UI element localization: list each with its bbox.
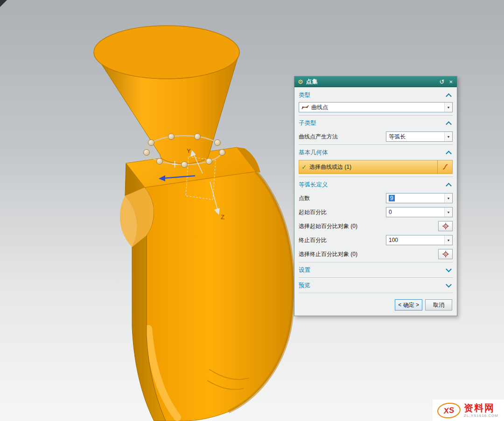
section-preview-title: 预览	[299, 282, 310, 290]
dialog-body: 类型 曲线点 ▼ 子类型 曲线点产生方法 等弧长	[294, 87, 457, 296]
ring-point	[219, 150, 225, 156]
watermark-url: ZL.XS1616.COM	[464, 414, 498, 418]
z-axis-label: Z	[221, 214, 224, 221]
dialog-footer: < 确定 > 取消	[294, 296, 457, 316]
section-subtype-header[interactable]: 子类型	[299, 117, 453, 130]
start-point-select-button[interactable]	[438, 221, 453, 231]
method-label: 曲线点产生方法	[299, 133, 338, 141]
chevron-up-icon[interactable]	[446, 151, 452, 157]
ring-point	[215, 140, 221, 146]
curve-point-method-row: 曲线点产生方法 等弧长 ▼	[299, 130, 453, 144]
section-settings-header[interactable]: 设置	[299, 264, 453, 276]
points-count-input[interactable]: 9 ▼	[386, 193, 453, 203]
chevron-down-icon[interactable]	[446, 282, 452, 288]
start-percent-row: 起始百分比 0 ▼	[299, 205, 453, 219]
section-preview-header[interactable]: 预览	[299, 279, 453, 292]
end-percent-object-label: 选择终止百分比对象 (0)	[299, 250, 357, 258]
separator	[299, 262, 453, 263]
start-percent-value: 0	[389, 209, 444, 215]
section-type-title: 类型	[299, 91, 310, 99]
dropdown-arrow-icon[interactable]: ▼	[444, 193, 452, 203]
watermark: XS 资料网 ZL.XS1616.COM	[433, 400, 504, 421]
watermark-site-name: 资料网	[464, 403, 498, 413]
dialog-header[interactable]: ⚙ 点集 ↺ ×	[294, 76, 457, 87]
separator	[299, 115, 453, 116]
end-percent-row: 终止百分比 100 ▼	[299, 233, 453, 247]
curve-point-icon	[301, 104, 309, 111]
separator	[299, 277, 453, 278]
type-value: 曲线点	[311, 104, 444, 111]
end-percent-value: 100	[389, 237, 444, 243]
watermark-logo-icon: XS	[436, 401, 461, 419]
points-count-row: 点数 9 ▼	[299, 191, 453, 205]
dropdown-arrow-icon[interactable]: ▼	[444, 207, 452, 217]
ring-point	[144, 150, 150, 156]
gear-icon: ⚙	[298, 79, 303, 85]
ring-point	[148, 140, 154, 146]
separator	[299, 145, 453, 145]
section-geometry-title: 基本几何体	[299, 149, 328, 157]
cad-viewport[interactable]: Y Z ⚙ 点集 ↺ ×	[0, 0, 504, 421]
ring-point	[182, 162, 188, 168]
ring-point	[206, 159, 212, 165]
chevron-down-icon[interactable]	[446, 266, 452, 272]
method-value: 等弧长	[389, 133, 444, 141]
ring-point	[168, 134, 175, 140]
select-curve-row[interactable]: ✓ 选择曲线或边 (1)	[299, 160, 453, 174]
section-settings-title: 设置	[299, 266, 310, 274]
y-axis-label: Y	[187, 147, 191, 154]
point-set-dialog: ⚙ 点集 ↺ × 类型 曲线点 ▼ 子类型	[294, 76, 457, 316]
ring-point	[157, 159, 163, 165]
check-icon: ✓	[301, 164, 307, 171]
section-type-header[interactable]: 类型	[299, 89, 453, 102]
curve-flow-button[interactable]	[437, 160, 452, 173]
points-count-value: 9	[389, 195, 395, 201]
dropdown-arrow-icon[interactable]: ▼	[444, 235, 452, 245]
method-dropdown[interactable]: 等弧长 ▼	[386, 131, 453, 142]
chevron-up-icon[interactable]	[446, 183, 452, 189]
dialog-title: 点集	[306, 78, 318, 86]
end-percent-object-row: 选择终止百分比对象 (0)	[299, 247, 453, 261]
start-percent-object-label: 选择起始百分比对象 (0)	[299, 222, 357, 230]
end-percent-input[interactable]: 100 ▼	[386, 235, 453, 245]
watermark-text: 资料网 ZL.XS1616.COM	[464, 403, 498, 418]
s-curve-icon	[441, 163, 449, 171]
separator	[299, 177, 453, 178]
reset-icon[interactable]: ↺	[439, 79, 446, 85]
points-count-label: 点数	[299, 194, 310, 202]
ring-point	[195, 134, 201, 140]
ok-button[interactable]: < 确定 >	[395, 299, 422, 311]
dropdown-arrow-icon[interactable]: ▼	[444, 132, 452, 141]
select-curve-label: 选择曲线或边 (1)	[309, 163, 437, 171]
cancel-button[interactable]: 取消	[425, 299, 452, 311]
separator	[299, 293, 453, 294]
start-percent-object-row: 选择起始百分比对象 (0)	[299, 219, 453, 233]
cone-top-face[interactable]	[94, 26, 239, 79]
section-subtype-title: 子类型	[299, 119, 316, 127]
type-dropdown[interactable]: 曲线点 ▼	[299, 102, 453, 112]
chevron-up-icon[interactable]	[446, 121, 452, 127]
end-percent-label: 终止百分比	[299, 236, 327, 244]
dropdown-arrow-icon[interactable]: ▼	[444, 103, 452, 112]
point-select-icon	[442, 222, 449, 230]
corner-artifact	[0, 0, 7, 7]
start-percent-input[interactable]: 0 ▼	[386, 207, 453, 217]
chevron-up-icon[interactable]	[446, 93, 452, 99]
section-arc-header[interactable]: 等弧长定义	[299, 179, 453, 191]
watermark-logo-text: XS	[443, 405, 455, 415]
start-percent-label: 起始百分比	[299, 208, 327, 216]
section-arc-title: 等弧长定义	[299, 181, 328, 189]
section-geometry-header[interactable]: 基本几何体	[299, 146, 453, 159]
point-select-icon	[442, 250, 449, 258]
end-point-select-button[interactable]	[438, 249, 453, 259]
close-icon[interactable]: ×	[448, 79, 454, 85]
